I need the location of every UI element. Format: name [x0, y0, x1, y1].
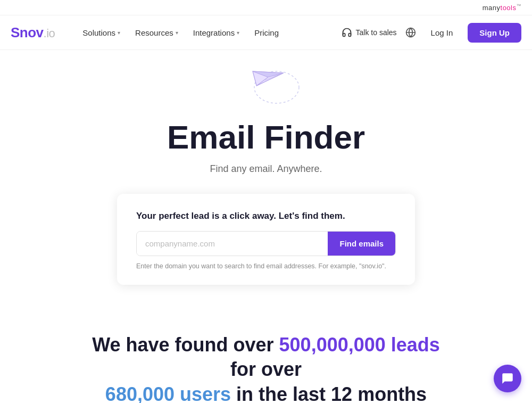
find-emails-button[interactable]: Find emails	[328, 232, 395, 256]
manytools-logo: manytools™	[483, 3, 521, 12]
stats-line1-prefix: We have found over	[92, 334, 279, 356]
search-card: Your perfect lead is a click away. Let's…	[117, 194, 415, 285]
chevron-down-icon: ▾	[118, 30, 120, 36]
top-bar: manytools™	[0, 0, 532, 15]
hero-illustration	[223, 61, 309, 109]
headset-icon	[342, 27, 352, 38]
nav-links: Solutions ▾ Resources ▾ Integrations ▾ P…	[76, 24, 341, 42]
manytools-text: many	[483, 4, 501, 12]
stats-leads-highlight: 500,000,000 leads	[279, 334, 440, 356]
stats-line2-suffix: in the last 12 months	[231, 383, 427, 403]
manytools-accent: tools	[501, 4, 517, 12]
stats-section: We have found over 500,000,000 leads for…	[0, 301, 532, 403]
search-hint: Enter the domain you want to search to f…	[136, 262, 396, 270]
nav-solutions[interactable]: Solutions ▾	[76, 24, 127, 42]
talk-to-sales-button[interactable]: Talk to sales	[342, 27, 397, 38]
chevron-down-icon: ▾	[176, 30, 178, 36]
stats-line1-suffix: for over	[230, 358, 302, 380]
hero-title: Email Finder	[167, 119, 365, 155]
stats-users-highlight: 680,000 users	[105, 383, 231, 403]
chat-bubble-button[interactable]	[494, 365, 521, 392]
domain-search-input[interactable]	[137, 232, 328, 256]
nav-integrations[interactable]: Integrations ▾	[187, 24, 246, 42]
stats-text: We have found over 500,000,000 leads for…	[80, 333, 452, 403]
hero-section: Email Finder Find any email. Anywhere. Y…	[0, 50, 532, 300]
globe-icon[interactable]	[405, 27, 416, 38]
nav-resources[interactable]: Resources ▾	[129, 24, 185, 42]
nav-right: Talk to sales Log In Sign Up	[342, 23, 521, 43]
navbar: Snov.io Solutions ▾ Resources ▾ Integrat…	[0, 15, 532, 50]
search-row: Find emails	[136, 231, 396, 256]
hero-subtitle: Find any email. Anywhere.	[210, 163, 322, 175]
manytools-tm: ™	[517, 3, 522, 9]
logo[interactable]: Snov.io	[11, 24, 55, 41]
search-card-title: Your perfect lead is a click away. Let's…	[136, 211, 396, 221]
logo-suffix: .io	[44, 27, 55, 40]
chat-icon	[501, 372, 514, 385]
signup-button[interactable]: Sign Up	[468, 23, 521, 43]
login-button[interactable]: Log In	[425, 24, 460, 42]
chevron-down-icon: ▾	[237, 30, 239, 36]
nav-pricing[interactable]: Pricing	[248, 24, 285, 42]
